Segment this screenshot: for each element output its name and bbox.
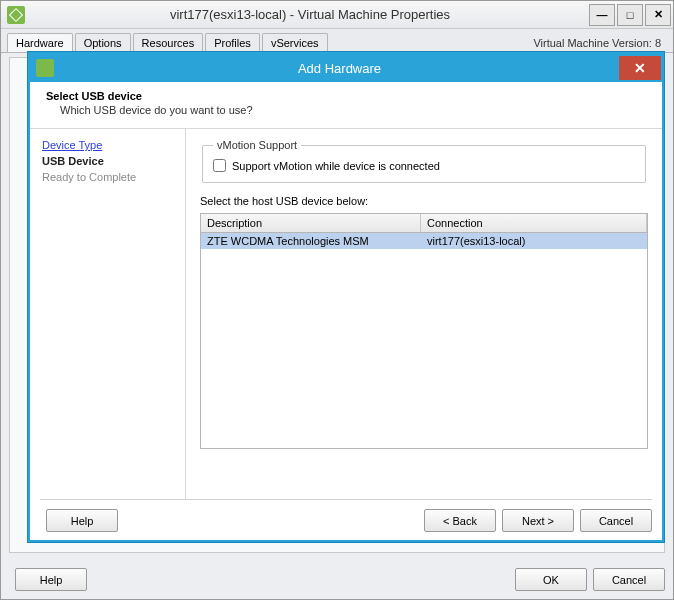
wizard-main: vMotion Support Support vMotion while de… <box>186 129 662 499</box>
footer-divider <box>40 499 652 500</box>
parent-titlebar: virt177(esxi13-local) - Virtual Machine … <box>1 1 673 29</box>
child-close-button[interactable]: ✕ <box>619 56 661 80</box>
vmotion-checkbox[interactable] <box>213 159 226 172</box>
col-header-description[interactable]: Description <box>201 214 421 232</box>
device-list[interactable]: Description Connection ZTE WCDMA Technol… <box>200 213 648 449</box>
child-title: Add Hardware <box>60 61 619 76</box>
wizard-cancel-button[interactable]: Cancel <box>580 509 652 532</box>
close-button[interactable]: ✕ <box>645 4 671 26</box>
device-list-header: Description Connection <box>201 214 647 233</box>
step-device-type[interactable]: Device Type <box>42 139 173 151</box>
vsphere-icon <box>7 6 25 24</box>
step-usb-device: USB Device <box>42 155 173 167</box>
wizard-back-button[interactable]: < Back <box>424 509 496 532</box>
tab-profiles[interactable]: Profiles <box>205 33 260 52</box>
device-description: ZTE WCDMA Technologies MSM <box>201 233 421 249</box>
maximize-button[interactable]: □ <box>617 4 643 26</box>
vmotion-group: vMotion Support Support vMotion while de… <box>202 139 646 183</box>
vmotion-legend: vMotion Support <box>213 139 301 151</box>
tab-hardware[interactable]: Hardware <box>7 33 73 52</box>
wizard-help-button[interactable]: Help <box>46 509 118 532</box>
parent-footer: Help OK Cancel <box>9 568 665 591</box>
col-header-connection[interactable]: Connection <box>421 214 647 232</box>
wizard-header: Select USB device Which USB device do yo… <box>30 82 662 129</box>
tab-vservices[interactable]: vServices <box>262 33 328 52</box>
vm-version-label: Virtual Machine Version: 8 <box>527 34 667 52</box>
parent-ok-button[interactable]: OK <box>515 568 587 591</box>
wizard-body: Device Type USB Device Ready to Complete… <box>30 129 662 499</box>
tab-options[interactable]: Options <box>75 33 131 52</box>
window-controls: — □ ✕ <box>589 4 673 26</box>
tabstrip: Hardware Options Resources Profiles vSer… <box>1 29 673 53</box>
vmotion-checkbox-label: Support vMotion while device is connecte… <box>232 160 440 172</box>
wizard-heading: Select USB device <box>46 90 646 102</box>
tab-resources[interactable]: Resources <box>133 33 204 52</box>
vsphere-icon <box>36 59 54 77</box>
vmotion-checkbox-row[interactable]: Support vMotion while device is connecte… <box>213 159 635 172</box>
parent-help-button[interactable]: Help <box>15 568 87 591</box>
wizard-footer: Help < Back Next > Cancel <box>40 503 652 532</box>
parent-cancel-button[interactable]: Cancel <box>593 568 665 591</box>
device-list-label: Select the host USB device below: <box>200 195 648 207</box>
device-connection: virt177(esxi13-local) <box>421 233 647 249</box>
step-ready: Ready to Complete <box>42 171 173 183</box>
minimize-button[interactable]: — <box>589 4 615 26</box>
wizard-subheading: Which USB device do you want to use? <box>60 104 646 116</box>
parent-title: virt177(esxi13-local) - Virtual Machine … <box>31 7 589 22</box>
add-hardware-window: Add Hardware ✕ Select USB device Which U… <box>28 52 664 542</box>
child-titlebar: Add Hardware ✕ <box>30 54 662 82</box>
device-row[interactable]: ZTE WCDMA Technologies MSM virt177(esxi1… <box>201 233 647 249</box>
wizard-steps: Device Type USB Device Ready to Complete <box>30 129 186 499</box>
wizard-next-button[interactable]: Next > <box>502 509 574 532</box>
